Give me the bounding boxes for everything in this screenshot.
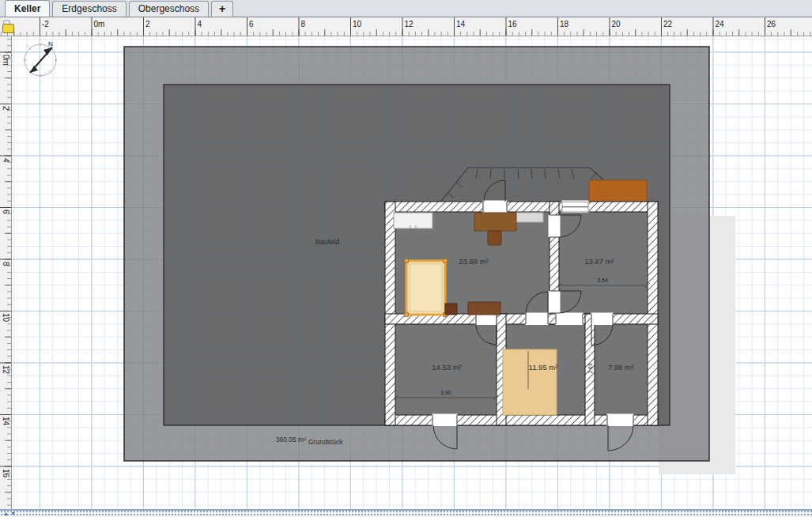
tab-keller[interactable]: Keller [5, 0, 50, 17]
ruler-label: 6 [2, 209, 10, 214]
desk [474, 213, 516, 231]
ruler-label: 24 [716, 20, 724, 28]
ruler-label: 6 [249, 20, 254, 28]
plot-area-label[interactable]: 360.05 m² [276, 436, 306, 443]
north-label: N [48, 40, 53, 47]
wall [385, 202, 658, 212]
plan-canvas[interactable]: Baufeld [12, 36, 812, 509]
ruler-label: 14 [456, 20, 465, 28]
ruler-label: 4 [2, 158, 10, 163]
ruler-label: 20 [612, 20, 621, 28]
room-area-label[interactable]: 11.95 m² [529, 363, 558, 372]
chair [488, 231, 501, 245]
room-area-label[interactable]: 7.98 m² [608, 363, 633, 372]
ruler-label: 4 [198, 20, 202, 28]
dimension-label: 3.54 [597, 277, 608, 283]
tab-label: Keller [14, 3, 40, 14]
baufeld-label[interactable]: Baufeld [315, 238, 340, 246]
ruler-label: 0m [94, 20, 105, 28]
ruler-horizontal: -20m2468101214161820222426 [0, 17, 812, 36]
ruler-label: 16 [508, 20, 517, 28]
sideboard [468, 302, 500, 315]
ruler-label: 10 [2, 313, 10, 322]
add-floor-tab[interactable]: + [211, 1, 233, 17]
terrace-sideboard[interactable] [589, 180, 647, 204]
lock-icon [2, 24, 14, 33]
ruler-label: -2 [42, 20, 49, 28]
ruler-label: 22 [663, 20, 672, 28]
plus-icon: + [219, 2, 225, 15]
stairs [503, 349, 557, 415]
tab-label: Obergeschoss [138, 3, 199, 14]
ruler-label: 18 [560, 20, 568, 28]
dimension-label: 3.90 [440, 390, 451, 395]
plot-name-label[interactable]: Grundstück [308, 438, 343, 446]
floor-plan-app: Keller Erdgeschoss Obergeschoss + -20m24… [0, 0, 812, 517]
ruler-label: 8 [301, 20, 306, 28]
ruler-label: 2 [2, 106, 10, 111]
room-area-label[interactable]: 14.53 m² [432, 363, 462, 372]
ruler-label: 2 [145, 20, 150, 28]
nightstand [445, 304, 457, 315]
room-area-label[interactable]: 23.89 m² [459, 257, 489, 266]
window[interactable] [562, 202, 588, 213]
dimension-label: 2.63 [587, 363, 593, 373]
tab-obergeschoss[interactable]: Obergeschoss [129, 1, 209, 17]
room-area-label[interactable]: 13.87 m² [584, 257, 614, 266]
floor-plan[interactable]: Baufeld [12, 36, 812, 509]
compass-icon[interactable]: N [24, 40, 57, 77]
ruler-label: 10 [353, 20, 361, 28]
shelf [516, 213, 543, 222]
ruler-label: 12 [405, 20, 414, 28]
ruler-label: 16 [2, 469, 10, 477]
tab-erdgeschoss[interactable]: Erdgeschoss [52, 1, 126, 17]
arrow-up-icon[interactable]: ▲ [3, 510, 9, 517]
ruler-vertical: 0m246810121416 [0, 36, 12, 509]
ruler-label: 14 [2, 417, 10, 425]
ruler-label: 26 [767, 20, 776, 28]
arrow-down-icon[interactable]: ▼ [10, 510, 16, 517]
wardrobe [394, 213, 432, 228]
ruler-label: 0m [2, 55, 10, 66]
ruler-label: 8 [2, 262, 10, 266]
tab-bar: Keller Erdgeschoss Obergeschoss + [0, 0, 812, 17]
bed-selected [405, 259, 448, 317]
panel-divider[interactable]: ▲ ▼ [0, 509, 812, 517]
tab-label: Erdgeschoss [62, 3, 116, 14]
ruler-label: 12 [2, 365, 10, 374]
